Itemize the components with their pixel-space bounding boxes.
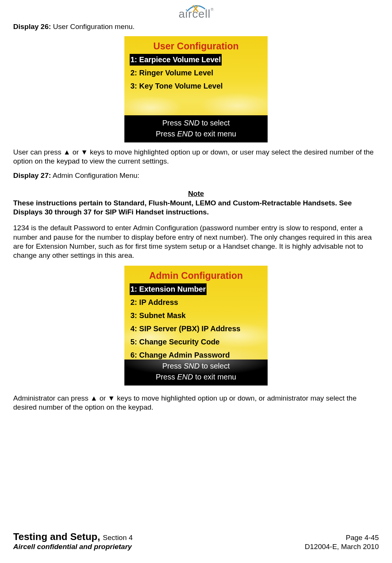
logo-text: aircell: [179, 8, 211, 20]
admin-config-title: Admin Configuration: [130, 270, 262, 281]
display-27-label: Display 27: Admin Configuration Menu:: [13, 171, 379, 180]
footer-docid: D12004-E, March 2010: [305, 543, 379, 551]
admin-intro-paragraph: 1234 is the default Password to enter Ad…: [13, 223, 379, 260]
menu-item-subnet[interactable]: 3: Subnet Mask: [130, 310, 187, 321]
footer-section: Section 4: [103, 534, 133, 542]
menu-item-sec-code[interactable]: 5: Change Security Code: [130, 336, 220, 348]
admin-paragraph: Administrator can press ▲ or ▼ keys to m…: [13, 394, 379, 412]
menu-item-admin-pw[interactable]: 6: Change Admin Password: [130, 349, 231, 361]
menu-item-sip-server[interactable]: 4: SIP Server (PBX) IP Address: [130, 323, 241, 335]
footer-confidential: Aircell confidential and proprietary: [13, 543, 132, 551]
menu-item-keytone[interactable]: 3: Key Tone Volume Level: [130, 80, 224, 92]
menu-item-extension[interactable]: 1: Extension Number: [130, 283, 207, 295]
display-26-label: Display 26: User Configuration menu.: [13, 23, 379, 31]
user-config-screen: User Configuration 1: Earpiece Volume Le…: [124, 36, 268, 142]
menu-item-earpiece[interactable]: 1: Earpiece Volume Level: [130, 54, 222, 66]
user-screen-footer: Press SND to select Press END to exit me…: [124, 115, 268, 142]
footer-page: Page 4-45: [346, 534, 379, 542]
page-footer: Testing and Setup, Section 4 Page 4-45 A…: [13, 531, 379, 551]
menu-item-ringer[interactable]: 2: Ringer Volume Level: [130, 67, 214, 79]
user-config-title: User Configuration: [130, 41, 262, 52]
note-heading: Note: [13, 190, 379, 198]
menu-item-ip[interactable]: 2: IP Address: [130, 297, 179, 308]
footer-title: Testing and Setup,: [13, 531, 103, 542]
admin-config-screen: Admin Configuration 1: Extension Number …: [124, 266, 268, 386]
admin-screen-footer: Press SND to select Press END to exit me…: [124, 360, 268, 386]
brand-logo: aircell®: [13, 4, 379, 20]
user-paragraph: User can press ▲ or ▼ keys to move highl…: [13, 148, 379, 166]
note-body: These instructions pertain to Standard, …: [13, 199, 379, 217]
